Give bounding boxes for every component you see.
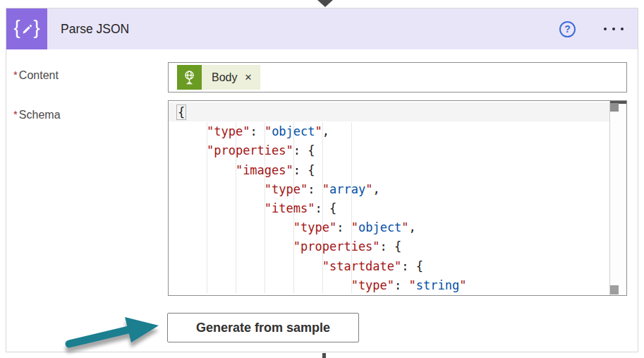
parse-json-action-icon: { } [6,8,47,49]
code-line: "type": "object", [178,218,608,237]
required-marker: * [13,108,18,120]
content-input[interactable]: Body ✕ [168,62,627,93]
code-line: { [178,103,608,122]
action-title: Parse JSON [61,22,129,37]
code-line: "type": "object", [178,122,608,141]
parse-json-action-screen: { } Parse JSON ? *Content [0,0,644,358]
more-options-icon[interactable] [604,25,624,33]
token-body: Body ✕ [202,65,260,90]
code-line: "items": { [178,199,608,218]
remove-token-icon[interactable]: ✕ [244,73,252,82]
parse-json-action-card: { } Parse JSON ? *Content [6,8,638,352]
flow-connector-arrow-icon [317,0,333,7]
action-card-header[interactable]: { } Parse JSON ? [6,8,638,49]
annotation-arrow-icon [59,309,165,354]
braces-pencil-icon: { } [13,18,40,40]
editor-scrollbar[interactable] [609,101,626,295]
body-token-chip[interactable]: Body ✕ [177,65,260,90]
schema-json-code: { "type": "object", "properties": { "ima… [178,103,608,295]
code-line: "type": "string" [178,276,608,295]
token-label: Body [212,71,237,84]
generate-from-sample-button[interactable]: Generate from sample [167,313,359,342]
scrollbar-thumb[interactable] [610,103,619,112]
content-field-label: *Content [13,68,59,82]
schema-code-editor[interactable]: { "type": "object", "properties": { "ima… [168,100,627,296]
pencil-glyph [21,23,33,35]
required-marker: * [13,68,18,80]
code-line: "images": { [178,161,608,180]
action-header-bar[interactable]: Parse JSON ? [47,8,638,49]
code-line: "startdate": { [178,257,608,276]
resize-grip-icon[interactable] [610,285,619,294]
help-icon[interactable]: ? [559,21,576,37]
code-line: "type": "array", [178,180,608,199]
code-line: "properties": { [178,141,608,160]
code-line: "properties": { [178,237,608,256]
flow-connector-stub [322,353,326,358]
http-globe-icon [177,65,202,90]
schema-field-label: *Schema [13,108,61,121]
